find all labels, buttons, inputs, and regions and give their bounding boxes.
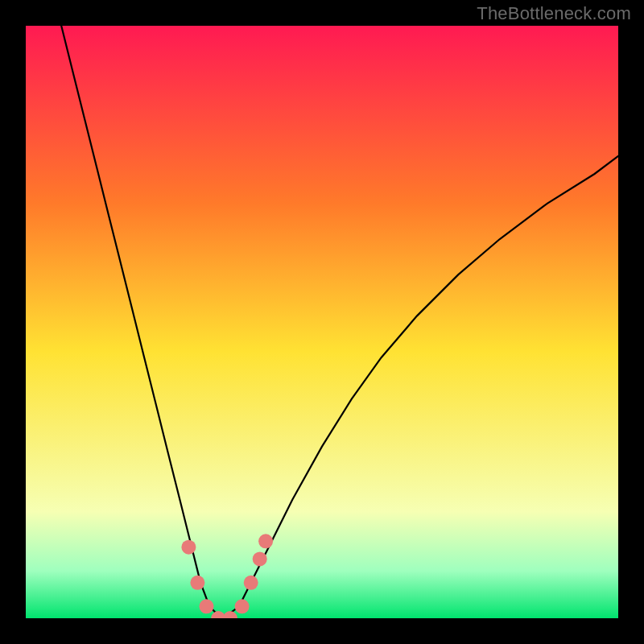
marker-dot: [258, 534, 273, 548]
plot-area: [26, 26, 618, 618]
chart-svg: [26, 26, 618, 618]
marker-dot: [190, 576, 204, 590]
marker-dot: [253, 551, 267, 566]
gradient-background: [26, 26, 618, 618]
chart-frame: TheBottleneck.com: [0, 0, 644, 644]
marker-dot: [244, 576, 258, 590]
marker-dot: [200, 599, 214, 613]
marker-dot: [235, 599, 250, 613]
watermark-text: TheBottleneck.com: [477, 3, 631, 24]
marker-dot: [181, 540, 196, 555]
